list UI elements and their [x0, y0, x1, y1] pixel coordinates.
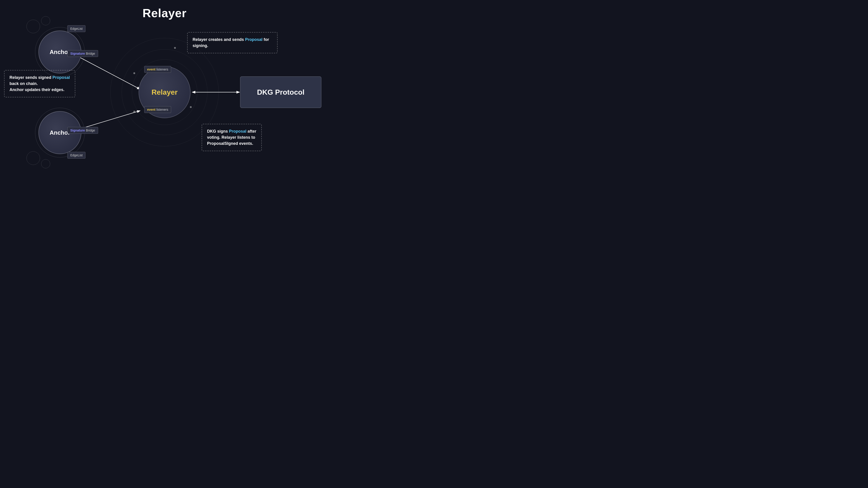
dkg-protocol-label: DKG Protocol [257, 88, 305, 96]
anchor-top-edgelist-tag: EdgeList [67, 25, 86, 32]
orbit-dot-1 [174, 47, 176, 49]
relayer-label: Relayer [151, 88, 178, 96]
info-box-bottom-right: DKG signs Proposal after voting. Relayer… [202, 124, 262, 151]
event-listeners-top-tag: event listeners [144, 66, 171, 73]
event-listeners-bottom-tag: event listeners [144, 106, 171, 113]
info-bottom-right-text: DKG signs Proposal after voting. Relayer… [207, 128, 256, 147]
info-box-left: Relayer sends signed Proposal back on ch… [4, 70, 75, 97]
anchor-bottom-edgelist-tag: EdgeList [67, 152, 86, 159]
info-top-right-text: Relayer creates and sends Proposal for s… [193, 37, 272, 49]
orbit-dot-2 [190, 106, 192, 108]
anchor-bottom-signature-bridge-tag: Signature Bridge [67, 127, 98, 134]
svg-line-3 [80, 111, 140, 129]
anchor-top-edgelist-label: EdgeList [70, 27, 83, 31]
svg-line-2 [80, 58, 140, 89]
anchor-bottom-edgelist-label: EdgeList [70, 153, 83, 157]
anchor-top-signature-bridge-tag: Signature Bridge [67, 50, 98, 57]
info-box-top-right: Relayer creates and sends Proposal for s… [187, 32, 278, 53]
dkg-protocol-box: DKG Protocol [240, 76, 321, 108]
anchor-bottom-bridge-text: Bridge [86, 129, 95, 132]
anchor-top-signature-highlight: Signature [70, 52, 85, 55]
page-title: Relayer [143, 6, 187, 20]
anchor-top-bridge-text: Bridge [86, 52, 95, 55]
orbit-dot-4 [133, 111, 135, 112]
orbit-dot-3 [133, 72, 135, 74]
event-top-highlight: event [147, 68, 156, 71]
anchor-bottom-signature-highlight: Signature [70, 129, 85, 132]
event-bottom-highlight: event [147, 108, 156, 111]
info-left-text: Relayer sends signed Proposal back on ch… [9, 74, 70, 93]
